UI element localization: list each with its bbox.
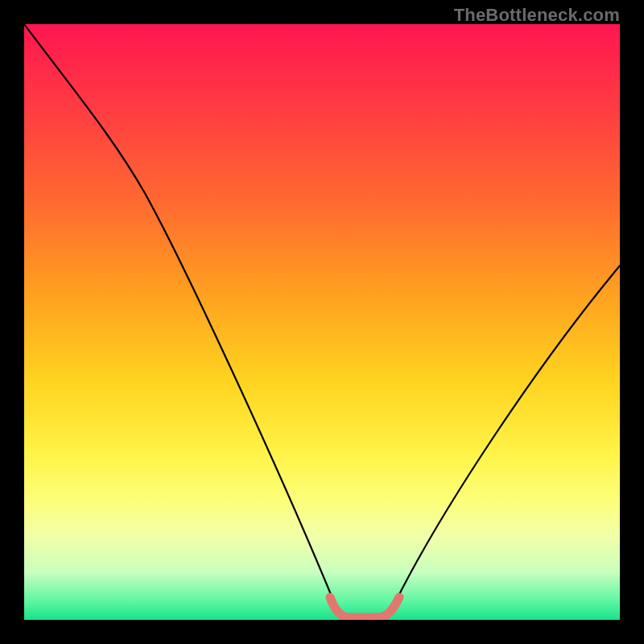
chart-svg	[24, 24, 620, 620]
flat-bottom-marker	[330, 597, 399, 617]
chart-container: TheBottleneck.com	[0, 0, 644, 644]
watermark-text: TheBottleneck.com	[454, 5, 620, 26]
bottleneck-curve	[24, 24, 620, 617]
plot-area	[24, 24, 620, 620]
